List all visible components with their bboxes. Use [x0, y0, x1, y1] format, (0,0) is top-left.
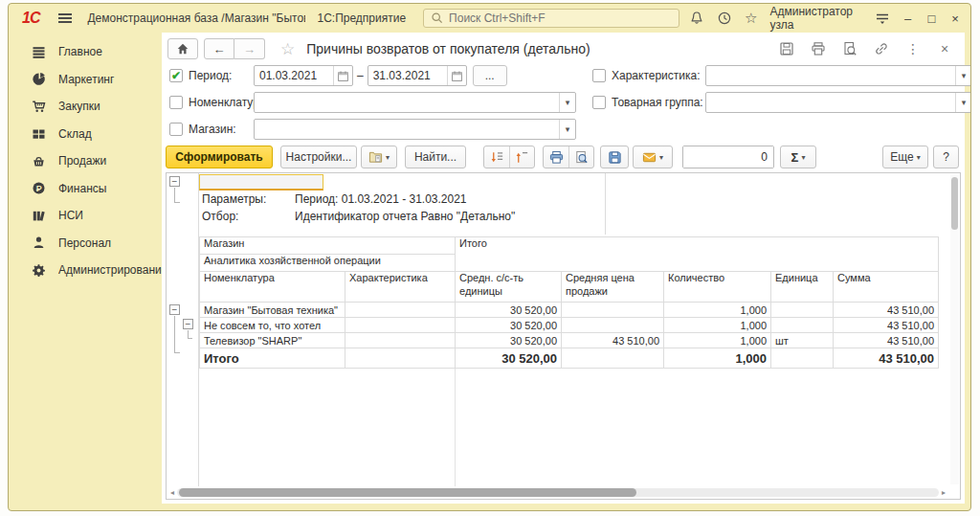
sidebar-item-sales[interactable]: Продажи	[9, 147, 162, 175]
column-header[interactable]: Характеристика	[345, 272, 456, 303]
preview-icon[interactable]	[841, 40, 858, 57]
autosum-input[interactable]	[683, 146, 773, 168]
cell-avg-unit-cost[interactable]: 30 520,00	[456, 303, 562, 318]
horizontal-scrollbar-thumb[interactable]	[179, 488, 636, 497]
cell-characteristic[interactable]	[345, 333, 456, 348]
vertical-scrollbar[interactable]	[950, 174, 959, 484]
save-report-button[interactable]	[600, 146, 629, 168]
group-header-store[interactable]: Магазин	[200, 237, 456, 255]
sidebar-item-personnel[interactable]: Персонал	[9, 230, 162, 258]
forward-button[interactable]: →	[234, 38, 265, 59]
column-header[interactable]: Количество	[664, 272, 771, 303]
cell-quantity[interactable]: 1,000	[664, 333, 771, 348]
vertical-scrollbar-thumb[interactable]	[951, 177, 958, 230]
period-from-input[interactable]	[255, 69, 333, 82]
collapse-store-toggle[interactable]: −	[169, 304, 180, 315]
collapse-groups-button[interactable]	[509, 146, 534, 168]
cell-unit[interactable]: шт	[771, 333, 834, 348]
cell-avg-sale-price[interactable]	[562, 303, 664, 318]
cell-avg-sale-price[interactable]	[562, 318, 664, 333]
characteristic-checkbox[interactable]	[592, 69, 606, 82]
calendar-icon[interactable]	[333, 66, 352, 85]
favorites-star-icon[interactable]: ☆	[745, 10, 757, 27]
add-favorite-star-icon[interactable]: ☆	[280, 39, 295, 59]
combo-arrow-icon[interactable]: ▾	[955, 93, 971, 112]
cell-name[interactable]: Телевизор "SHARP"	[200, 333, 345, 348]
sidebar-item-purchases[interactable]: Закупки	[9, 93, 162, 121]
nomenclature-input[interactable]	[255, 96, 559, 109]
print-icon[interactable]	[810, 40, 827, 57]
generate-button[interactable]: Сформировать	[166, 146, 273, 168]
cell-name[interactable]: Итого	[200, 348, 345, 369]
cell-characteristic[interactable]	[345, 303, 456, 318]
combo-arrow-icon[interactable]: ▾	[955, 66, 971, 85]
settings-button[interactable]: Настройки...	[280, 146, 357, 168]
collapse-reason-toggle[interactable]: −	[183, 319, 193, 329]
cell-quantity[interactable]: 1,000	[664, 318, 771, 333]
column-header[interactable]: Средн. с/с-ть единицы	[456, 272, 562, 303]
column-header[interactable]: Средняя цена продажи	[562, 272, 664, 303]
selection-value[interactable]: Идентификатор отчета Равно "Детально"	[295, 210, 515, 223]
sidebar-item-administration[interactable]: Администрирование	[9, 257, 162, 284]
main-menu-icon[interactable]	[58, 13, 72, 23]
column-header[interactable]: Номенклатура	[200, 272, 345, 303]
collapse-report-toggle[interactable]: −	[169, 176, 180, 187]
cell-quantity[interactable]: 1,000	[664, 348, 771, 369]
selected-cell[interactable]	[199, 174, 323, 191]
parameters-value[interactable]: Период: 01.03.2021 - 31.03.2021	[295, 192, 467, 206]
help-button[interactable]: ?	[933, 146, 959, 168]
notifications-bell-icon[interactable]	[689, 11, 704, 27]
autosum-button[interactable]: Σ ▾	[780, 146, 816, 168]
product-group-checkbox[interactable]	[592, 96, 606, 109]
cell-amount[interactable]: 43 510,00	[834, 348, 939, 369]
column-header[interactable]: Единица	[771, 272, 834, 303]
more-kebab-icon[interactable]: ⋮	[904, 40, 922, 57]
report-variants-button[interactable]: ▾	[361, 146, 397, 168]
period-to-input[interactable]	[368, 69, 447, 82]
search-input[interactable]	[449, 11, 674, 25]
maximize-button[interactable]: □	[926, 11, 938, 26]
save-icon[interactable]	[778, 40, 795, 57]
history-clock-icon[interactable]	[717, 11, 732, 27]
horizontal-scrollbar[interactable]: ◂ ▸	[167, 486, 948, 498]
combo-arrow-icon[interactable]: ▾	[559, 120, 575, 139]
total-header[interactable]: Итого	[456, 237, 939, 272]
service-menu-icon[interactable]	[875, 11, 890, 27]
cell-unit[interactable]	[771, 318, 834, 333]
global-search[interactable]	[423, 9, 679, 28]
minimize-button[interactable]: –	[902, 11, 914, 26]
close-form-icon[interactable]: ×	[936, 40, 953, 57]
calendar-icon[interactable]	[447, 66, 466, 85]
cell-name[interactable]: Не совсем то, что хотел	[200, 318, 345, 333]
cell-characteristic[interactable]	[345, 348, 456, 369]
cell-amount[interactable]: 43 510,00	[834, 333, 939, 348]
find-button[interactable]: Найти...	[405, 146, 466, 168]
choose-period-button[interactable]: ...	[473, 65, 507, 86]
sidebar-item-finance[interactable]: P Финансы	[9, 175, 162, 203]
link-icon[interactable]	[873, 40, 890, 57]
cell-avg-unit-cost[interactable]: 30 520,00	[456, 333, 562, 348]
sidebar-item-warehouse[interactable]: Склад	[9, 121, 162, 148]
preview-report-button[interactable]	[568, 146, 593, 168]
cell-characteristic[interactable]	[345, 318, 456, 333]
sidebar-item-main[interactable]: Главное	[9, 38, 162, 66]
selection-label[interactable]: Отбор:	[202, 210, 293, 223]
expand-groups-button[interactable]	[484, 146, 509, 168]
scroll-left-arrow-icon[interactable]: ◂	[167, 488, 177, 497]
cell-avg-sale-price[interactable]	[562, 348, 664, 369]
cell-avg-sale-price[interactable]: 43 510,00	[562, 333, 664, 348]
store-input[interactable]	[255, 123, 559, 136]
column-header[interactable]: Сумма	[834, 272, 939, 303]
store-checkbox[interactable]	[169, 123, 183, 136]
print-report-button[interactable]	[544, 146, 568, 168]
sidebar-item-nsi[interactable]: НСИ	[9, 202, 162, 230]
close-window-button[interactable]: ×	[949, 11, 961, 26]
cell-unit[interactable]	[771, 303, 834, 318]
nomenclature-checkbox[interactable]	[169, 96, 183, 109]
cell-avg-unit-cost[interactable]: 30 520,00	[456, 318, 562, 333]
parameters-label[interactable]: Параметры:	[202, 192, 293, 206]
cell-name[interactable]: Магазин "Бытовая техника"	[200, 303, 345, 318]
cell-amount[interactable]: 43 510,00	[834, 303, 939, 318]
sidebar-item-marketing[interactable]: Маркетинг	[9, 66, 162, 94]
scroll-right-arrow-icon[interactable]: ▸	[939, 488, 948, 497]
